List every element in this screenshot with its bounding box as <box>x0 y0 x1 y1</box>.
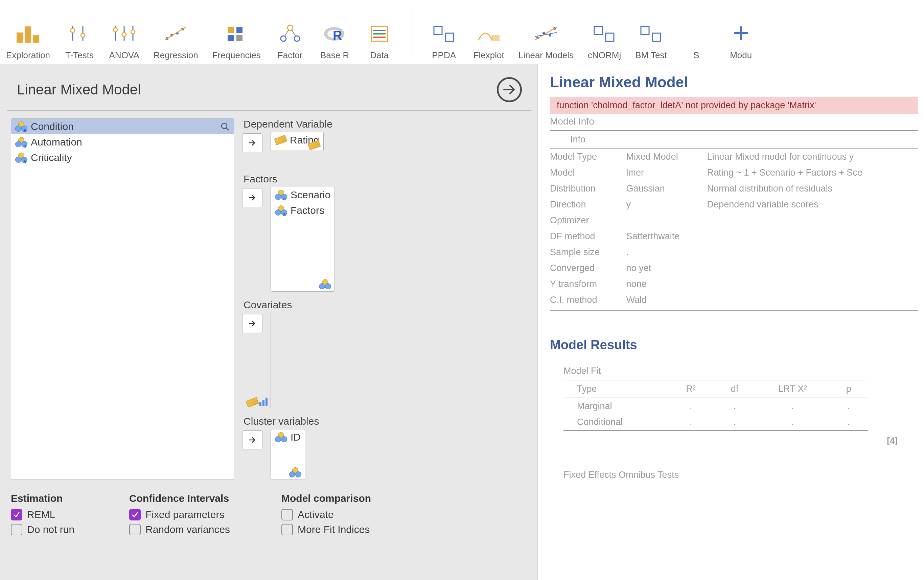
assign-dependent-button[interactable] <box>242 133 263 152</box>
linearmodels-icon <box>531 20 561 47</box>
covariates-label: Covariates <box>242 299 526 311</box>
accepts-continuous-ordinal-icon <box>247 398 268 406</box>
accepts-nominal-icon <box>289 467 301 478</box>
continuous-icon <box>274 135 288 145</box>
cluster-dropzone[interactable]: ID <box>271 429 305 480</box>
option-label: Activate <box>298 509 334 521</box>
source-var-automation[interactable]: a Automation <box>11 134 234 150</box>
svg-rect-44 <box>606 33 614 41</box>
tool-data[interactable]: Data <box>361 20 398 61</box>
svg-line-25 <box>285 30 289 36</box>
tool-label: Modu <box>730 50 752 61</box>
morefit-option[interactable]: More Fit Indices <box>281 524 383 536</box>
tool-s[interactable]: S <box>678 20 715 61</box>
assign-cluster-button[interactable] <box>242 430 263 449</box>
search-icon[interactable] <box>220 122 230 131</box>
factors-label: Factors <box>242 173 526 185</box>
fixed-params-option[interactable]: Fixed parameters <box>129 509 231 521</box>
tool-anova[interactable]: ANOVA <box>105 20 143 61</box>
cluster-var-id[interactable]: ID <box>271 429 305 445</box>
svg-line-51 <box>226 128 229 130</box>
r-logo-icon: R <box>320 20 350 47</box>
factor-var-factors[interactable]: a Factors <box>271 203 334 218</box>
model-info-label: Model Info <box>550 116 918 127</box>
panel-title: Linear Mixed Model <box>17 82 141 98</box>
svg-rect-36 <box>492 35 500 41</box>
reml-option[interactable]: REML <box>11 509 112 521</box>
nominal-icon <box>275 432 287 442</box>
donotrun-option[interactable]: Do not run <box>11 524 112 536</box>
main-split: Linear Mixed Model a Condition a Automat… <box>0 64 924 580</box>
svg-text:R: R <box>333 28 342 43</box>
ci-options: Confidence Intervals Fixed parameters Ra… <box>129 493 231 539</box>
var-label: ID <box>291 432 301 443</box>
tool-cnormj[interactable]: cNORMj <box>584 20 624 61</box>
accepts-nominal-icon <box>319 279 331 289</box>
option-label: More Fit Indices <box>298 524 370 536</box>
tool-flexplot[interactable]: Flexplot <box>470 20 508 61</box>
var-label: Factors <box>291 205 324 216</box>
svg-rect-45 <box>641 26 649 35</box>
results-panel: Linear Mixed Model function 'cholmod_fac… <box>538 64 924 580</box>
tool-ppda[interactable]: PPDA <box>426 20 463 61</box>
info-row: Y transformnone <box>550 276 918 292</box>
covariates-block: Covariates <box>242 299 526 408</box>
svg-point-8 <box>113 28 117 32</box>
tool-label: Linear Models <box>518 50 574 61</box>
factors-dropzone[interactable]: a Scenario a Factors <box>271 187 335 292</box>
dependent-label: Dependent Variable <box>242 119 526 130</box>
tool-label: Factor <box>278 50 303 61</box>
tool-modules[interactable]: Modu <box>722 20 760 61</box>
info-row: DistributionGaussianNormal distribution … <box>550 181 918 197</box>
svg-rect-43 <box>594 26 602 35</box>
ppda-icon <box>429 20 459 47</box>
svg-rect-1 <box>25 26 31 43</box>
tool-ttests[interactable]: T-Tests <box>61 20 98 61</box>
checkbox-checked-icon[interactable] <box>11 509 22 521</box>
tool-frequencies[interactable]: Frequencies <box>209 20 264 61</box>
factors-block: Factors a Scenario a Facto <box>242 173 526 292</box>
source-variable-list[interactable]: a Condition a Automation a Criticality <box>11 119 234 480</box>
checkbox-unchecked-icon[interactable] <box>281 524 293 536</box>
factor-var-scenario[interactable]: a Scenario <box>271 187 334 203</box>
tool-baser[interactable]: R Base R <box>316 20 353 61</box>
tool-exploration[interactable]: Exploration <box>3 20 53 61</box>
checkbox-unchecked-icon[interactable] <box>129 524 141 536</box>
random-var-option[interactable]: Random variances <box>129 524 231 536</box>
covariates-dropzone[interactable] <box>271 313 271 408</box>
checkbox-unchecked-icon[interactable] <box>11 524 22 536</box>
activate-option[interactable]: Activate <box>281 509 383 521</box>
tool-label: BM Test <box>635 50 667 61</box>
tool-label: PPDA <box>432 50 456 61</box>
svg-line-41 <box>535 27 557 40</box>
assign-covariates-button[interactable] <box>242 314 263 333</box>
accepts-continuous-icon <box>309 142 320 148</box>
nominal-text-icon: a <box>15 137 27 147</box>
tool-label: Exploration <box>6 50 50 61</box>
cluster-block: Cluster variables ID <box>242 415 526 480</box>
checkbox-checked-icon[interactable] <box>129 509 141 521</box>
tool-linearmodels[interactable]: Linear Models <box>515 20 577 61</box>
run-button[interactable] <box>497 77 522 102</box>
fit-col-header: df <box>714 380 756 398</box>
tool-label: Data <box>370 50 389 61</box>
svg-rect-34 <box>434 26 442 35</box>
info-row: DirectionyDependend variable scores <box>550 197 918 213</box>
tool-factor[interactable]: Factor <box>271 20 309 61</box>
option-label: Random variances <box>145 524 230 536</box>
fit-col-header: Type <box>564 380 668 398</box>
tool-bmtest[interactable]: BM Test <box>632 20 670 61</box>
tool-regression[interactable]: Regression <box>150 20 202 61</box>
checkbox-unchecked-icon[interactable] <box>281 509 293 521</box>
svg-rect-18 <box>228 27 234 33</box>
dependent-dropzone[interactable]: Rating <box>271 132 324 151</box>
flexplot-icon <box>474 20 504 47</box>
source-var-criticality[interactable]: a Criticality <box>11 150 234 165</box>
fit-col-header: LRT X² <box>756 380 829 398</box>
assign-factors-button[interactable] <box>242 188 263 207</box>
tool-label: Flexplot <box>474 50 504 61</box>
var-label: Automation <box>31 137 82 148</box>
source-var-condition[interactable]: a Condition <box>11 119 234 134</box>
factor-icon <box>275 20 306 47</box>
option-label: REML <box>27 509 55 521</box>
